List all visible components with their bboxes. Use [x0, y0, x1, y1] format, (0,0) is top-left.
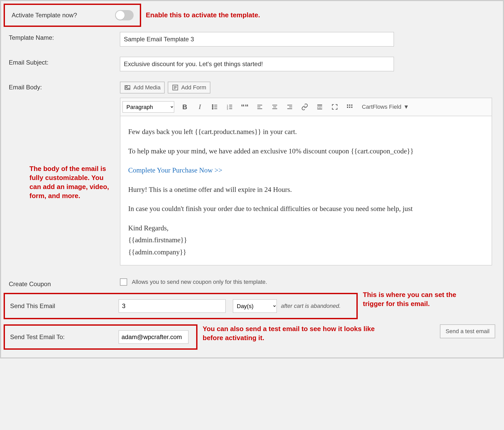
align-center-icon — [271, 103, 278, 111]
send-test-email-input[interactable] — [119, 330, 188, 344]
list-ol-icon: 123 — [226, 103, 233, 111]
email-body-annotation: The body of the email is fully customiza… — [29, 164, 115, 200]
add-form-button[interactable]: Add Form — [168, 82, 210, 93]
align-right-icon — [286, 103, 293, 111]
complete-purchase-link[interactable]: Complete Your Purchase Now >> — [128, 165, 484, 176]
send-email-unit-select[interactable]: Day(s) — [233, 299, 277, 313]
readmore-button[interactable] — [313, 101, 326, 113]
body-line: Hurry! This is a onetime offer and will … — [128, 184, 484, 195]
email-subject-label: Email Subject: — [9, 57, 120, 66]
link-icon — [301, 103, 308, 111]
template-name-input[interactable] — [120, 32, 394, 46]
activate-toggle[interactable] — [115, 10, 134, 20]
link-button[interactable] — [298, 101, 311, 113]
email-body-label: Email Body: — [9, 84, 42, 91]
send-test-email-button[interactable]: Send a test email — [440, 324, 495, 338]
body-line: Few days back you left {{cart.product.na… — [128, 127, 484, 137]
fullscreen-icon — [331, 103, 338, 111]
toolbar-toggle-button[interactable] — [343, 101, 356, 113]
align-right-button[interactable] — [283, 101, 296, 113]
svg-point-7 — [212, 108, 213, 109]
format-select[interactable]: Paragraph — [123, 101, 174, 113]
send-email-annotation: This is where you can set the trigger fo… — [363, 290, 469, 308]
body-line: To help make up your mind, we have added… — [128, 146, 484, 157]
create-coupon-checkbox[interactable] — [120, 278, 127, 286]
email-subject-input[interactable] — [120, 57, 394, 71]
numbered-list-button[interactable]: 123 — [223, 101, 236, 113]
email-body-editor[interactable]: Few days back you left {{cart.product.na… — [120, 116, 492, 265]
activate-annotation: Enable this to activate the template. — [146, 11, 260, 20]
svg-point-0 — [126, 86, 128, 88]
create-coupon-label: Create Coupon — [9, 278, 120, 288]
media-icon — [124, 84, 131, 91]
kitchen-sink-icon — [346, 103, 354, 111]
body-line: Kind Regards, — [128, 223, 484, 233]
toggle-knob — [116, 11, 125, 20]
add-form-label: Add Form — [181, 84, 206, 91]
body-line: In case you couldn't finish your order d… — [128, 204, 484, 214]
create-coupon-desc: Allows you to send new coupon only for t… — [132, 279, 267, 285]
add-media-button[interactable]: Add Media — [120, 82, 165, 93]
body-line: {{admin.firstname}} — [128, 235, 484, 245]
svg-rect-32 — [351, 105, 353, 106]
add-media-label: Add Media — [133, 84, 161, 91]
cartflows-field-label: CartFlows Field — [362, 104, 401, 110]
italic-button[interactable]: I — [193, 101, 206, 113]
list-ul-icon — [211, 103, 218, 111]
send-email-value-input[interactable] — [119, 299, 226, 313]
svg-point-6 — [212, 106, 213, 107]
send-test-annotation: You can also send a test email to see ho… — [203, 324, 394, 342]
svg-rect-30 — [347, 105, 348, 106]
blockquote-button[interactable]: ““ — [238, 101, 251, 113]
form-icon — [172, 84, 179, 91]
svg-text:3: 3 — [227, 108, 228, 110]
svg-rect-35 — [351, 107, 353, 108]
editor-toolbar: Paragraph B I 123 ““ — [120, 98, 492, 116]
chevron-down-icon: ▼ — [403, 104, 409, 110]
send-test-label: Send Test Email To: — [10, 333, 119, 341]
activate-label: Activate Template now? — [12, 12, 115, 19]
bullet-list-button[interactable] — [208, 101, 221, 113]
send-email-label: Send This Email — [10, 302, 119, 310]
template-name-label: Template Name: — [9, 32, 120, 41]
align-left-icon — [256, 103, 263, 111]
send-email-suffix: after cart is abandoned. — [281, 303, 341, 309]
readmore-icon — [316, 103, 323, 111]
align-left-button[interactable] — [253, 101, 266, 113]
cartflows-field-dropdown[interactable]: CartFlows Field ▼ — [362, 104, 409, 110]
align-center-button[interactable] — [268, 101, 281, 113]
svg-rect-31 — [349, 105, 350, 106]
svg-rect-34 — [349, 107, 350, 108]
bold-button[interactable]: B — [178, 101, 191, 113]
body-line: {{admin.company}} — [128, 247, 484, 257]
svg-rect-33 — [347, 107, 348, 108]
fullscreen-button[interactable] — [328, 101, 341, 113]
svg-point-5 — [212, 105, 213, 106]
